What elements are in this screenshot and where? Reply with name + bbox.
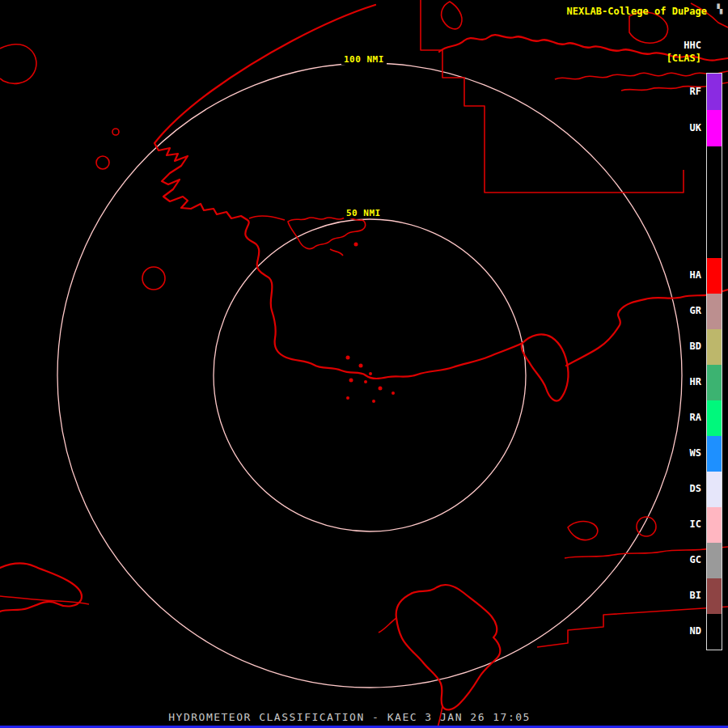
radar-display: NEXLAB-College of DuPage ▚ HHC [CLAS] 10… xyxy=(0,0,728,728)
legend-label-bd: BD xyxy=(690,341,701,352)
legend-swatch-ra xyxy=(707,400,722,436)
legend-swatch-ws xyxy=(707,436,722,472)
product-code-label: HHC xyxy=(684,40,701,51)
legend-label-gc: GC xyxy=(690,554,701,565)
legend-swatch-bd xyxy=(707,329,722,365)
legend-swatch-ds xyxy=(707,472,722,507)
legend-label-ds: DS xyxy=(690,483,701,494)
range-ring-100 xyxy=(57,63,682,688)
legend-swatch-uk xyxy=(707,110,722,146)
legend-label-ic: IC xyxy=(690,518,701,530)
legend-label-hr: HR xyxy=(690,376,701,387)
legend-colorbar xyxy=(706,73,722,650)
legend-label-nd: ND xyxy=(690,625,701,637)
legend-swatch-gc xyxy=(707,543,722,578)
brand-title: NEXLAB-College of DuPage xyxy=(567,6,707,17)
legend-swatch-gr xyxy=(707,294,722,329)
legend-swatch-ha xyxy=(707,258,722,294)
legend-label-bi: BI xyxy=(690,590,701,601)
legend-label-rf: RF xyxy=(690,86,701,97)
legend-label-uk: UK xyxy=(690,122,701,133)
range-ring-50 xyxy=(214,219,526,531)
legend-label-gr: GR xyxy=(690,305,701,316)
radar-map xyxy=(0,0,728,728)
legend-swatch-rf xyxy=(707,74,722,110)
legend-swatch-bi xyxy=(707,578,722,614)
product-title: HYDROMETEOR CLASSIFICATION - KAEC 3 JAN … xyxy=(168,711,531,723)
range-ring-label-50: 50 NMI xyxy=(344,208,383,218)
cod-logo-icon: ▚ xyxy=(717,4,722,15)
map-outlines xyxy=(0,0,728,728)
legend-swatch-nd xyxy=(707,614,722,650)
range-ring-label-100: 100 NMI xyxy=(341,54,387,65)
legend-swatch-ic xyxy=(707,507,722,543)
legend-label-ha: HA xyxy=(690,269,701,281)
legend-label-ra: RA xyxy=(690,412,701,423)
product-mode-label: [CLAS] xyxy=(667,53,701,64)
legend-swatch-hr xyxy=(707,365,722,400)
legend-label-ws: WS xyxy=(690,447,701,459)
